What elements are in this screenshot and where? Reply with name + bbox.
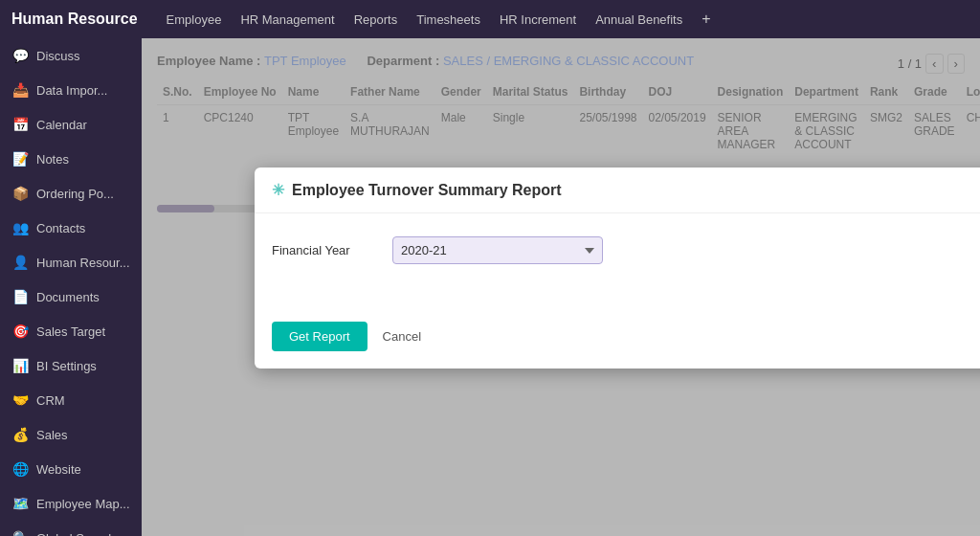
human-resource-icon: 👤 [11,254,29,271]
modal-footer: Get Report Cancel [255,310,980,368]
sidebar-item-data-import[interactable]: 📥 Data Impor... [0,73,142,107]
discuss-icon: 💬 [11,47,29,64]
sidebar-item-bi-settings-label: BI Settings [36,359,97,373]
sidebar-item-data-import-label: Data Impor... [36,83,107,98]
sidebar-item-human-resource[interactable]: 👤 Human Resour... [0,245,142,279]
sidebar-item-calendar-label: Calendar [36,118,87,132]
nav-item-reports[interactable]: Reports [354,12,398,27]
sidebar-item-notes[interactable]: 📝 Notes [0,142,142,176]
sidebar-item-human-resource-label: Human Resour... [36,256,130,270]
modal-body: Financial Year 2020-21 2019-20 2018-19 2… [255,213,980,310]
contacts-icon: 👥 [11,219,29,236]
nav-item-hr-increment[interactable]: HR Increment [500,12,576,27]
sidebar-item-crm-label: CRM [36,393,65,408]
form-row-financial-year: Financial Year 2020-21 2019-20 2018-19 2… [272,236,980,264]
sidebar-item-bi-settings[interactable]: 📊 BI Settings [0,348,142,383]
bi-settings-icon: 📊 [11,357,29,374]
sidebar-item-documents[interactable]: 📄 Documents [0,279,142,314]
sidebar-item-calendar[interactable]: 📅 Calendar [0,107,142,142]
data-import-icon: 📥 [11,81,29,99]
ordering-icon: 📦 [11,185,29,202]
sidebar-item-ordering-label: Ordering Po... [36,187,114,201]
top-navigation: Human Resource Employee HR Management Re… [0,0,980,38]
sidebar-item-ordering[interactable]: 📦 Ordering Po... [0,176,142,211]
modal-title-area: ✳ Employee Turnover Summary Report [272,181,562,199]
sidebar-item-contacts[interactable]: 👥 Contacts [0,211,142,245]
cancel-button[interactable]: Cancel [377,322,427,351]
sidebar-item-global-search[interactable]: 🔍 Global Search [0,521,142,536]
sidebar-item-sales[interactable]: 💰 Sales [0,417,142,452]
sales-icon: 💰 [11,426,29,443]
sidebar-item-documents-label: Documents [36,290,100,304]
sidebar-item-discuss-label: Discuss [36,49,80,63]
calendar-icon: 📅 [11,116,29,133]
sidebar-item-discuss[interactable]: 💬 Discuss [0,38,142,73]
website-icon: 🌐 [11,460,29,478]
crm-icon: 🤝 [11,391,29,409]
notes-icon: 📝 [11,150,29,168]
sidebar-item-website-label: Website [36,462,81,477]
nav-item-timesheets[interactable]: Timesheets [416,12,480,27]
sidebar-item-employee-map-label: Employee Map... [36,497,130,511]
sidebar-item-sales-target-label: Sales Target [36,324,105,339]
modal-dialog: ✳ Employee Turnover Summary Report × Fin… [255,168,980,368]
global-search-icon: 🔍 [11,529,29,536]
sidebar-item-website[interactable]: 🌐 Website [0,452,142,486]
nav-item-hr-management[interactable]: HR Management [240,12,334,27]
nav-item-employee[interactable]: Employee [167,12,222,27]
get-report-button[interactable]: Get Report [272,322,368,351]
sidebar-item-contacts-label: Contacts [36,221,85,235]
modal-title: Employee Turnover Summary Report [292,182,562,199]
modal-header: ✳ Employee Turnover Summary Report × [255,168,980,213]
brand-title: Human Resource [11,11,138,28]
sidebar-item-crm[interactable]: 🤝 CRM [0,383,142,417]
financial-year-select[interactable]: 2020-21 2019-20 2018-19 2017-18 [392,236,603,264]
financial-year-label: Financial Year [272,243,377,257]
nav-item-annual-benefits[interactable]: Annual Benefits [595,12,682,27]
employee-map-icon: 🗺️ [11,495,29,512]
sidebar-item-employee-map[interactable]: 🗺️ Employee Map... [0,486,142,521]
nav-add-button[interactable]: + [702,11,710,28]
sidebar-item-notes-label: Notes [36,152,69,167]
sidebar-item-sales-target[interactable]: 🎯 Sales Target [0,314,142,348]
documents-icon: 📄 [11,288,29,305]
sidebar-item-global-search-label: Global Search [36,531,115,537]
sidebar-item-sales-label: Sales [36,428,68,442]
sidebar: 💬 Discuss 📥 Data Impor... 📅 Calendar 📝 N… [0,38,142,536]
modal-star-icon: ✳ [272,181,284,199]
sales-target-icon: 🎯 [11,323,29,340]
